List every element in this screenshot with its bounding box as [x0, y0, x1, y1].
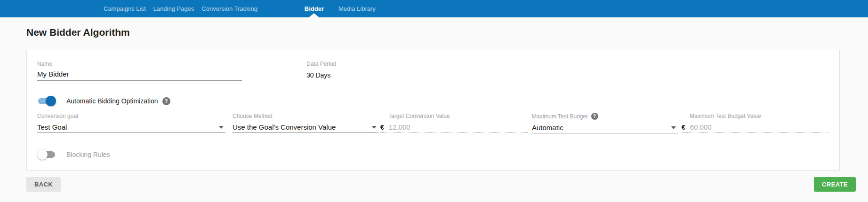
euro-icon: €	[380, 124, 384, 131]
maximum-test-budget-select[interactable]: Maximum Test Budget ? Automatic	[532, 113, 678, 133]
tab-landing-pages[interactable]: Landing Pages	[150, 0, 198, 17]
form-actions: BACK CREATE	[26, 177, 856, 192]
help-icon[interactable]: ?	[591, 113, 598, 120]
toggle-thumb	[46, 96, 56, 106]
tab-campaigns-list[interactable]: Campaigns List	[100, 0, 150, 17]
help-icon[interactable]: ?	[162, 97, 170, 105]
tab-conversion-tracking[interactable]: Conversion Tracking	[198, 0, 261, 17]
chevron-down-icon	[671, 126, 676, 129]
automatic-bidding-toggle[interactable]	[37, 96, 56, 106]
target-conversion-value-input: 12.000	[389, 123, 410, 131]
data-period-value: 30 Days	[306, 70, 336, 81]
target-conversion-value-field: Target Conversion Value € 12.000	[380, 113, 528, 133]
blocking-rules-label: Blocking Rules	[66, 151, 110, 158]
page-title: New Bidder Algorithm	[26, 26, 868, 39]
automatic-bidding-label: Automatic Bidding Optimization	[66, 97, 158, 105]
target-conversion-value-label: Target Conversion Value	[380, 113, 528, 119]
tab-bidder[interactable]: Bidder	[301, 0, 328, 17]
data-period-label: Data Period	[306, 61, 336, 67]
chevron-down-icon	[372, 126, 377, 129]
tab-bidder-label: Bidder	[305, 5, 324, 12]
create-button[interactable]: CREATE	[814, 177, 856, 192]
maximum-test-budget-label-text: Maximum Test Budget	[532, 113, 588, 120]
conversion-goal-select[interactable]: Conversion goal Test Goal	[37, 113, 225, 133]
top-navbar: Campaigns List Landing Pages Conversion …	[0, 0, 868, 17]
name-row: Name Data Period 30 Days	[37, 61, 829, 81]
maximum-test-budget-value-label: Maximum Test Budget Value	[682, 113, 829, 119]
nav-tabs: Campaigns List Landing Pages Conversion …	[0, 0, 379, 17]
maximum-test-budget-label: Maximum Test Budget ?	[532, 113, 678, 120]
euro-icon: €	[682, 124, 685, 131]
bidder-form-card: Name Data Period 30 Days Automatic Biddi…	[26, 50, 840, 171]
name-field: Name	[37, 61, 242, 81]
maximum-test-budget-value-field: Maximum Test Budget Value € 60.000	[682, 113, 829, 133]
blocking-rules-row: Blocking Rules	[37, 149, 829, 160]
conversion-goal-label: Conversion goal	[37, 113, 225, 119]
toggle-thumb	[37, 149, 48, 160]
tab-media-library[interactable]: Media Library	[335, 0, 379, 17]
automatic-bidding-row: Automatic Bidding Optimization ?	[37, 96, 829, 106]
maximum-test-budget-value-input: 60.000	[690, 123, 712, 131]
blocking-rules-toggle[interactable]	[37, 149, 56, 160]
conversion-goal-value: Test Goal	[37, 123, 67, 131]
choose-method-label: Choose Method	[233, 113, 378, 119]
chevron-down-icon	[219, 126, 224, 129]
choose-method-value: Use the Goal's Conversion Value	[233, 123, 336, 131]
back-button[interactable]: BACK	[26, 177, 61, 192]
bidding-fields-row: Conversion goal Test Goal Choose Method …	[37, 113, 829, 133]
data-period-field: Data Period 30 Days	[306, 61, 336, 81]
maximum-test-budget-value: Automatic	[532, 124, 563, 132]
name-label: Name	[37, 61, 242, 67]
choose-method-select[interactable]: Choose Method Use the Goal's Conversion …	[233, 113, 378, 133]
name-input[interactable]	[37, 70, 242, 81]
active-tab-caret-icon	[309, 13, 319, 17]
